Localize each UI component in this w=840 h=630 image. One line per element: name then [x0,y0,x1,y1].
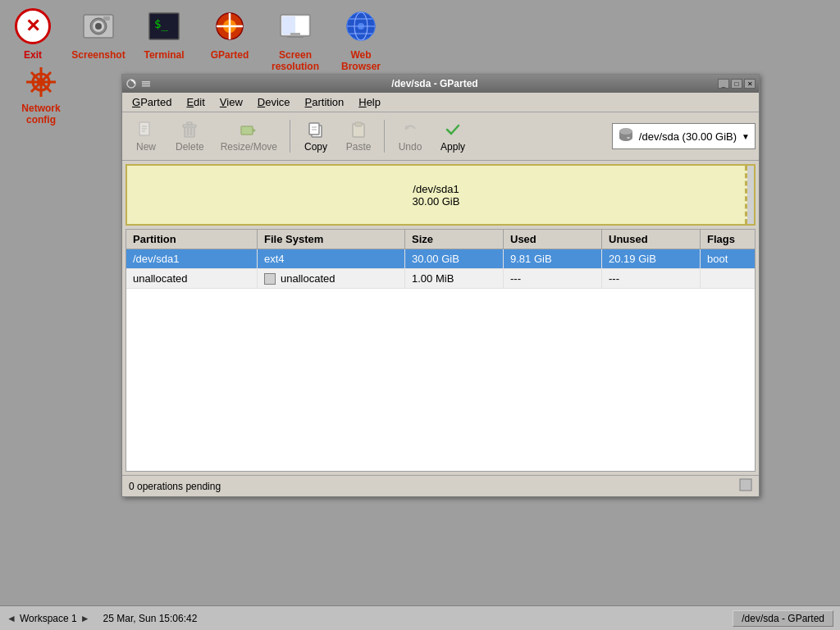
cell-used-1: --- [504,269,602,288]
new-button[interactable]: New [126,116,167,157]
cell-unused-1: --- [602,269,701,288]
web-browser-icon-button[interactable]: Web Browser [328,0,394,79]
svg-point-53 [619,128,632,135]
network-config-icon-button[interactable]: Network config [8,57,74,132]
delete-button-label: Delete [176,141,204,153]
web-browser-label: Web Browser [336,49,386,72]
svg-rect-37 [185,126,194,137]
network-config-label: Network config [16,103,66,126]
resize-move-button[interactable]: Resize/Move [213,116,285,157]
desktop: ✕ Exit Screenshot $_ [0,0,840,605]
toolbar: New Delete [122,112,759,161]
device-selector-container: /dev/sda (30.00 GiB) ▼ [612,123,756,149]
network-config-svg [23,64,59,100]
workspace-prev-arrow[interactable]: ◄ [7,613,16,624]
cell-unused-0: 20.19 GiB [602,249,701,268]
menu-gparted[interactable]: GParted [126,94,178,110]
svg-rect-30 [142,81,150,83]
taskbar-workspace: ◄ Workspace 1 ► [7,613,90,624]
header-size: Size [405,230,504,249]
gparted-icon-button[interactable]: GParted [197,0,262,79]
screen-resolution-icon-button[interactable]: Screen resolution [262,0,328,79]
copy-button-label: Copy [304,141,327,153]
svg-point-22 [358,23,364,30]
operations-pending-label: 0 operations pending [129,481,221,492]
screen-resolution-label: Screen resolution [271,49,320,72]
svg-text:$_: $_ [154,17,168,31]
apply-icon [443,120,463,139]
header-used: Used [504,230,602,249]
svg-rect-15 [287,36,304,38]
titlebar-menu-icon[interactable] [140,78,152,89]
diagram-unallocated [747,166,754,224]
menu-help[interactable]: Help [352,94,387,110]
taskbar: ◄ Workspace 1 ► 25 Mar, Sun 15:06:42 /de… [0,605,840,630]
svg-rect-32 [142,85,150,87]
minimize-button[interactable]: _ [718,79,729,89]
svg-point-3 [95,23,102,30]
apply-button[interactable]: Apply [432,116,473,157]
menu-view[interactable]: View [213,94,249,110]
device-dropdown-arrow-icon: ▼ [742,132,750,141]
terminal-icon-button[interactable]: $_ Terminal [131,0,197,79]
menubar: GParted Edit View Device Partition Help [122,93,759,112]
cell-partition-0: /dev/sda1 [126,249,258,268]
svg-rect-31 [142,84,150,85]
svg-rect-14 [290,33,300,36]
taskbar-window-button[interactable]: /dev/sda - GParted [733,610,833,627]
gparted-icon [210,7,249,46]
svg-point-54 [627,137,630,139]
copy-button[interactable]: Copy [295,116,336,157]
svg-rect-49 [355,122,362,126]
menu-edit[interactable]: Edit [180,94,211,110]
toolbar-separator-1 [290,120,290,153]
taskbar-window-label: /dev/sda - GParted [742,613,824,624]
maximize-button[interactable]: □ [731,79,742,89]
undo-button-label: Undo [399,141,422,153]
screenshot-icon-button[interactable]: Screenshot [66,0,131,79]
paste-button[interactable]: Paste [338,116,379,157]
table-row[interactable]: /dev/sda1 ext4 30.00 GiB 9.81 GiB 20.19 … [126,249,755,269]
terminal-icon: $_ [144,7,184,46]
web-browser-icon [341,7,381,46]
diagram-partition-label: /dev/sda1 [413,183,459,195]
terminal-svg: $_ [146,8,182,44]
taskbar-datetime: 25 Mar, Sun 15:06:42 [103,613,198,624]
cell-size-1: 1.00 MiB [405,269,504,288]
menu-partition[interactable]: Partition [299,94,351,110]
svg-rect-4 [103,16,110,21]
header-filesystem: File System [258,230,405,249]
close-button[interactable]: ✕ [744,79,756,89]
undo-button[interactable]: Undo [390,116,431,157]
cell-flags-1 [701,269,755,288]
delete-icon [180,120,199,139]
window-controls: _ □ ✕ [718,79,756,89]
paste-icon [349,120,368,139]
cell-size-0: 30.00 GiB [405,249,504,268]
network-config-icon [23,64,59,103]
header-partition: Partition [126,230,258,249]
paste-button-label: Paste [346,141,372,153]
table-row[interactable]: unallocated unallocated 1.00 MiB --- --- [126,269,755,289]
gparted-svg [212,8,248,44]
diagram-partition-sda1[interactable]: /dev/sda1 30.00 GiB [127,166,747,224]
device-selector[interactable]: /dev/sda (30.00 GiB) ▼ [612,123,756,149]
svg-point-28 [37,78,45,86]
toolbar-separator-2 [384,120,385,153]
titlebar-refresh-icon[interactable] [126,78,137,89]
new-icon [136,120,156,139]
svg-marker-43 [253,128,256,133]
svg-rect-13 [282,16,295,34]
menu-device[interactable]: Device [251,94,297,110]
undo-icon [400,120,420,139]
delete-button[interactable]: Delete [168,116,212,157]
svg-rect-42 [241,126,253,135]
resize-move-icon [239,120,258,139]
apply-button-label: Apply [441,141,465,153]
device-disk-icon [618,126,634,146]
diagram-partition-size: 30.00 GiB [413,195,460,208]
resize-move-button-label: Resize/Move [221,141,277,153]
svg-rect-45 [309,123,319,135]
partition-diagram: /dev/sda1 30.00 GiB [126,164,756,226]
workspace-next-arrow[interactable]: ► [80,613,90,624]
